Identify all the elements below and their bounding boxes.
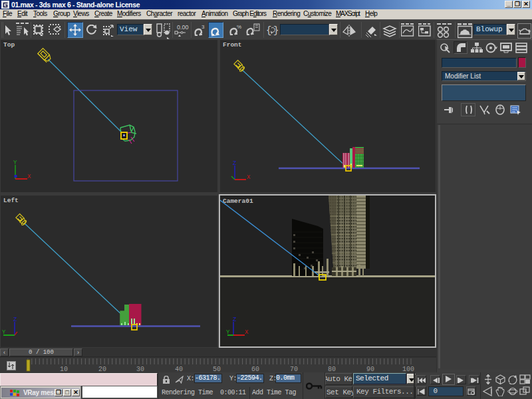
svg-text:30: 30 (136, 366, 144, 373)
svg-text:Camera01: Camera01 (223, 198, 253, 205)
svg-text:3: 3 (201, 24, 205, 30)
svg-text:Top: Top (3, 41, 15, 49)
svg-text:{: { (266, 25, 271, 36)
svg-text:}: } (273, 25, 279, 36)
svg-text:Left: Left (3, 197, 19, 204)
svg-text:0.00: 0.00 (177, 24, 189, 31)
svg-text:Z: Z (13, 317, 17, 323)
svg-text:Y: Y (13, 160, 17, 166)
svg-text:Z: Z (233, 160, 237, 167)
svg-text:X: X (247, 174, 251, 181)
svg-text:Y: Y (2, 329, 6, 336)
svg-text:Front: Front (223, 41, 242, 49)
svg-text:%: % (237, 24, 241, 30)
svg-text:X: X (245, 329, 249, 336)
svg-text:Z: Z (233, 317, 237, 323)
svg-text:10: 10 (60, 366, 68, 373)
svg-text:Y: Y (226, 329, 230, 336)
svg-text:X: X (27, 174, 31, 180)
svg-text:20: 20 (98, 366, 106, 373)
